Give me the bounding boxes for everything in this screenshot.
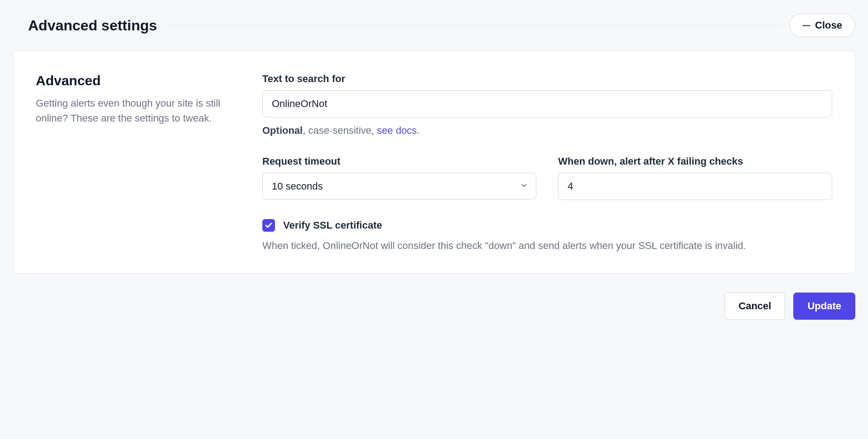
card-title: Advanced [36, 73, 235, 88]
verify-ssl-label: Verify SSL certificate [283, 220, 382, 231]
text-to-search-hint: Optional, case-sensitive, see docs. [262, 125, 832, 137]
card-left: Advanced Getting alerts even though your… [36, 73, 235, 253]
verify-ssl-checkbox[interactable] [262, 219, 275, 232]
text-to-search-input[interactable] [262, 90, 832, 117]
hint-period: . [417, 125, 420, 136]
alert-after-input[interactable] [558, 173, 832, 200]
update-button[interactable]: Update [793, 293, 855, 320]
divider [165, 25, 781, 26]
section-title: Advanced settings [28, 17, 157, 34]
see-docs-link[interactable]: see docs [377, 125, 417, 136]
alert-after-label: When down, alert after X failing checks [558, 156, 832, 167]
section-header: Advanced settings Close [13, 14, 855, 37]
advanced-card: Advanced Getting alerts even though your… [13, 51, 855, 273]
close-button[interactable]: Close [789, 14, 855, 37]
footer-actions: Cancel Update [13, 293, 855, 320]
hint-strong: Optional [262, 125, 303, 136]
request-timeout-label: Request timeout [262, 156, 536, 167]
minus-icon [802, 25, 810, 26]
cancel-button[interactable]: Cancel [724, 293, 785, 320]
divider [13, 25, 20, 26]
text-to-search-label: Text to search for [262, 73, 832, 85]
card-description: Getting alerts even though your site is … [36, 96, 235, 126]
hint-text: , case-sensitive, [303, 125, 377, 136]
close-button-label: Close [815, 20, 842, 31]
request-timeout-select[interactable]: 10 seconds [262, 173, 536, 200]
card-right: Text to search for Optional, case-sensit… [262, 73, 832, 253]
verify-ssl-description: When ticked, OnlineOrNot will consider t… [262, 238, 832, 253]
check-icon [265, 221, 273, 229]
